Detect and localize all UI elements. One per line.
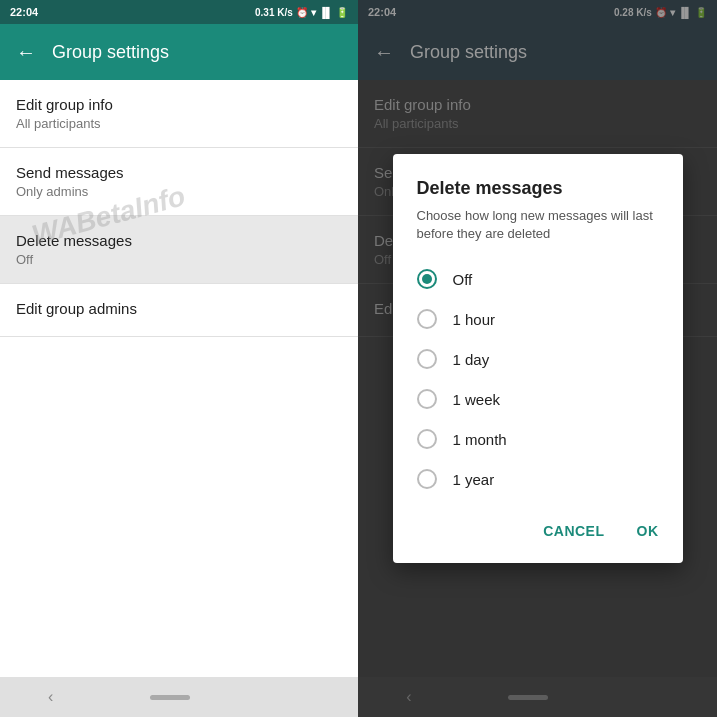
radio-off[interactable]	[417, 269, 437, 289]
dialog-actions: CANCEL OK	[393, 507, 683, 555]
delete-messages-dialog: Delete messages Choose how long new mess…	[393, 154, 683, 563]
option-1day-label: 1 day	[453, 351, 490, 368]
radio-1day[interactable]	[417, 349, 437, 369]
option-1hour[interactable]: 1 hour	[393, 299, 683, 339]
left-delete-messages-title: Delete messages	[16, 232, 342, 249]
left-app-bar: ← Group settings	[0, 24, 358, 80]
dialog-overlay: Delete messages Choose how long new mess…	[358, 0, 717, 717]
right-panel: 22:04 0.28 K/s ⏰ ▾ ▐▌ 🔋 ← Group settings…	[358, 0, 717, 717]
dialog-title: Delete messages	[393, 178, 683, 207]
left-send-messages-item[interactable]: Send messages Only admins	[0, 148, 358, 216]
ok-button[interactable]: OK	[629, 515, 667, 547]
left-status-time: 22:04	[10, 6, 38, 18]
option-1month[interactable]: 1 month	[393, 419, 683, 459]
left-delete-messages-subtitle: Off	[16, 252, 342, 267]
signal-icon: ▐▌	[319, 7, 333, 18]
radio-1month[interactable]	[417, 429, 437, 449]
left-back-nav[interactable]: ‹	[48, 688, 53, 706]
option-1hour-label: 1 hour	[453, 311, 496, 328]
option-1month-label: 1 month	[453, 431, 507, 448]
left-edit-group-info-title: Edit group info	[16, 96, 342, 113]
left-edit-group-admins-title: Edit group admins	[16, 300, 342, 317]
option-1day[interactable]: 1 day	[393, 339, 683, 379]
radio-1year[interactable]	[417, 469, 437, 489]
radio-1week[interactable]	[417, 389, 437, 409]
left-home-pill[interactable]	[150, 695, 190, 700]
radio-1hour[interactable]	[417, 309, 437, 329]
option-1week[interactable]: 1 week	[393, 379, 683, 419]
left-back-button[interactable]: ←	[16, 41, 36, 64]
left-network-speed: 0.31 K/s	[255, 7, 293, 18]
cancel-button[interactable]: CANCEL	[535, 515, 612, 547]
left-status-icons: 0.31 K/s ⏰ ▾ ▐▌ 🔋	[255, 7, 348, 18]
left-delete-messages-item[interactable]: Delete messages Off	[0, 216, 358, 284]
option-1year[interactable]: 1 year	[393, 459, 683, 499]
option-1year-label: 1 year	[453, 471, 495, 488]
dialog-subtitle: Choose how long new messages will last b…	[393, 207, 683, 259]
left-send-messages-subtitle: Only admins	[16, 184, 342, 199]
left-panel: 22:04 0.31 K/s ⏰ ▾ ▐▌ 🔋 ← Group settings…	[0, 0, 358, 717]
option-1week-label: 1 week	[453, 391, 501, 408]
dialog-options: Off 1 hour 1 day 1 week 1 month	[393, 259, 683, 499]
left-edit-group-admins-item[interactable]: Edit group admins	[0, 284, 358, 337]
left-edit-group-info-item[interactable]: Edit group info All participants	[0, 80, 358, 148]
left-settings-list: Edit group info All participants Send me…	[0, 80, 358, 677]
left-bottom-bar: ‹	[0, 677, 358, 717]
option-off[interactable]: Off	[393, 259, 683, 299]
alarm-icon: ⏰	[296, 7, 308, 18]
option-off-label: Off	[453, 271, 473, 288]
wifi-icon: ▾	[311, 7, 316, 18]
battery-icon: 🔋	[336, 7, 348, 18]
left-send-messages-title: Send messages	[16, 164, 342, 181]
left-edit-group-info-subtitle: All participants	[16, 116, 342, 131]
left-page-title: Group settings	[52, 42, 169, 63]
left-status-bar: 22:04 0.31 K/s ⏰ ▾ ▐▌ 🔋	[0, 0, 358, 24]
